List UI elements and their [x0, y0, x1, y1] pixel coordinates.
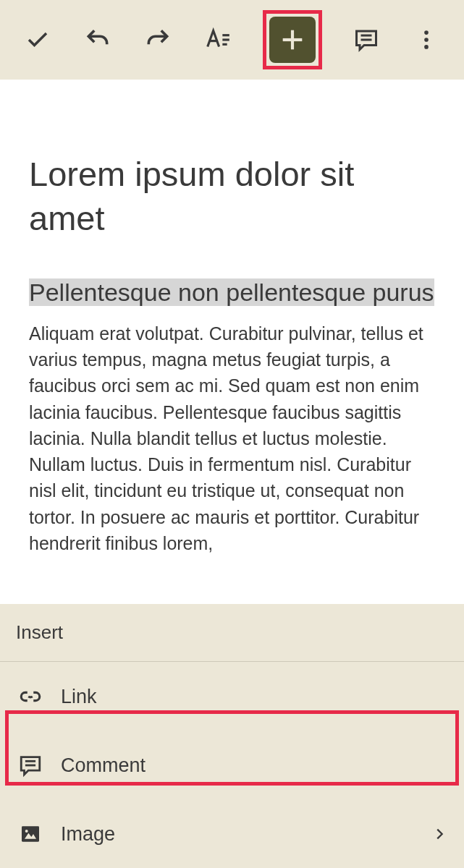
comment-button[interactable]	[350, 24, 382, 56]
sheet-title: Insert	[0, 604, 464, 662]
sheet-item-label: Comment	[61, 754, 145, 777]
plus-icon	[278, 25, 307, 54]
selected-text[interactable]: Pellentesque non pellentesque purus	[29, 278, 434, 306]
comment-icon	[16, 751, 45, 780]
image-icon	[16, 820, 45, 848]
add-button-highlight	[263, 10, 322, 69]
sheet-item-comment[interactable]: Comment	[0, 731, 464, 799]
sheet-item-image[interactable]: Image	[0, 799, 464, 868]
undo-icon	[84, 26, 111, 54]
sheet-item-link[interactable]: Link	[0, 662, 464, 731]
document-body[interactable]: Aliquam erat volutpat. Curabitur pulvina…	[29, 320, 435, 556]
document-title[interactable]: Lorem ipsum dolor sit amet	[29, 152, 435, 240]
check-icon	[25, 27, 51, 53]
comment-icon	[353, 27, 379, 53]
insert-sheet: Insert Link Comment Image	[0, 604, 464, 868]
text-format-button[interactable]	[202, 24, 234, 56]
svg-rect-13	[22, 826, 39, 841]
toolbar	[0, 0, 464, 80]
link-icon	[16, 682, 45, 711]
redo-icon	[144, 26, 172, 54]
text-format-icon	[204, 26, 232, 54]
redo-button[interactable]	[142, 24, 174, 56]
svg-point-9	[424, 38, 429, 42]
more-button[interactable]	[410, 24, 442, 56]
document-heading[interactable]: Pellentesque non pellentesque purus	[29, 269, 435, 316]
confirm-button[interactable]	[22, 24, 54, 56]
svg-point-15	[25, 830, 28, 833]
sheet-item-label: Image	[61, 823, 115, 846]
undo-button[interactable]	[82, 24, 114, 56]
more-vert-icon	[414, 27, 439, 52]
svg-point-8	[424, 30, 429, 35]
chevron-right-icon	[431, 825, 448, 843]
document-area[interactable]: Lorem ipsum dolor sit amet Pellentesque …	[0, 80, 464, 556]
svg-point-10	[424, 45, 429, 49]
sheet-item-label: Link	[61, 686, 97, 708]
add-button[interactable]	[269, 17, 316, 63]
